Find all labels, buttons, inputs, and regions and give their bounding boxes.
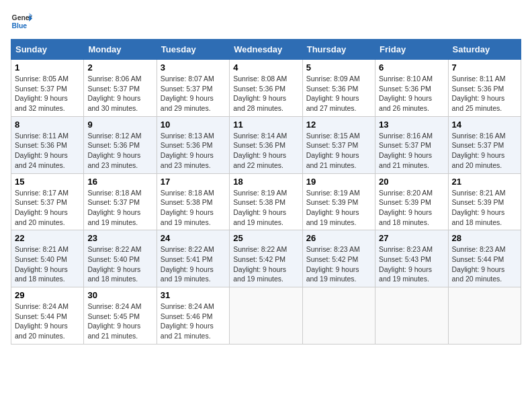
- calendar-week-3: 15 Sunrise: 8:17 AM Sunset: 5:37 PM Dayl…: [11, 173, 521, 230]
- day-number: 5: [306, 62, 371, 73]
- day-number: 23: [87, 233, 152, 243]
- calendar-week-5: 29 Sunrise: 8:24 AM Sunset: 5:44 PM Dayl…: [11, 287, 521, 345]
- calendar-cell: 28 Sunrise: 8:23 AM Sunset: 5:44 PM Dayl…: [448, 230, 521, 287]
- calendar-cell: [448, 287, 521, 345]
- day-number: 25: [233, 233, 298, 243]
- calendar-cell: 25 Sunrise: 8:22 AM Sunset: 5:42 PM Dayl…: [230, 230, 302, 287]
- calendar-cell: 7 Sunrise: 8:11 AM Sunset: 5:36 PM Dayli…: [448, 60, 521, 117]
- day-info: Sunrise: 8:09 AM Sunset: 5:36 PM Dayligh…: [306, 75, 360, 112]
- day-info: Sunrise: 8:20 AM Sunset: 5:39 PM Dayligh…: [379, 189, 433, 226]
- calendar-cell: 31 Sunrise: 8:24 AM Sunset: 5:46 PM Dayl…: [157, 287, 229, 345]
- calendar-cell: 29 Sunrise: 8:24 AM Sunset: 5:44 PM Dayl…: [11, 287, 84, 345]
- day-number: 18: [233, 177, 298, 187]
- day-info: Sunrise: 8:21 AM Sunset: 5:39 PM Dayligh…: [452, 189, 506, 226]
- calendar-cell: 8 Sunrise: 8:11 AM Sunset: 5:36 PM Dayli…: [11, 116, 84, 173]
- day-info: Sunrise: 8:22 AM Sunset: 5:41 PM Dayligh…: [161, 245, 214, 283]
- day-info: Sunrise: 8:22 AM Sunset: 5:40 PM Dayligh…: [87, 245, 141, 283]
- calendar-cell: 2 Sunrise: 8:06 AM Sunset: 5:37 PM Dayli…: [84, 60, 157, 117]
- day-number: 28: [452, 233, 517, 243]
- col-header-saturday: Saturday: [448, 40, 521, 60]
- day-number: 19: [306, 177, 371, 187]
- day-info: Sunrise: 8:07 AM Sunset: 5:37 PM Dayligh…: [161, 75, 214, 112]
- day-info: Sunrise: 8:19 AM Sunset: 5:39 PM Dayligh…: [306, 189, 360, 226]
- calendar-cell: 5 Sunrise: 8:09 AM Sunset: 5:36 PM Dayli…: [302, 60, 375, 117]
- calendar-cell: 18 Sunrise: 8:19 AM Sunset: 5:38 PM Dayl…: [230, 173, 302, 230]
- day-info: Sunrise: 8:08 AM Sunset: 5:36 PM Dayligh…: [233, 75, 287, 112]
- day-info: Sunrise: 8:10 AM Sunset: 5:36 PM Dayligh…: [379, 75, 433, 112]
- day-number: 27: [379, 233, 444, 243]
- calendar-week-2: 8 Sunrise: 8:11 AM Sunset: 5:36 PM Dayli…: [11, 116, 521, 173]
- col-header-sunday: Sunday: [11, 40, 84, 60]
- day-number: 26: [306, 233, 371, 243]
- calendar-cell: 17 Sunrise: 8:18 AM Sunset: 5:38 PM Dayl…: [157, 173, 229, 230]
- calendar-cell: 9 Sunrise: 8:12 AM Sunset: 5:36 PM Dayli…: [84, 116, 157, 173]
- calendar-cell: 24 Sunrise: 8:22 AM Sunset: 5:41 PM Dayl…: [157, 230, 229, 287]
- calendar-cell: 16 Sunrise: 8:18 AM Sunset: 5:37 PM Dayl…: [84, 173, 157, 230]
- calendar-header-row: SundayMondayTuesdayWednesdayThursdayFrid…: [11, 40, 521, 60]
- logo-icon: General Blue: [11, 11, 32, 32]
- calendar-cell: 23 Sunrise: 8:22 AM Sunset: 5:40 PM Dayl…: [84, 230, 157, 287]
- day-number: 30: [87, 290, 152, 300]
- calendar-cell: 11 Sunrise: 8:14 AM Sunset: 5:36 PM Dayl…: [230, 116, 302, 173]
- day-info: Sunrise: 8:15 AM Sunset: 5:37 PM Dayligh…: [306, 132, 360, 169]
- svg-text:Blue: Blue: [12, 22, 28, 30]
- day-number: 2: [87, 62, 152, 73]
- day-number: 21: [452, 177, 517, 187]
- day-info: Sunrise: 8:11 AM Sunset: 5:36 PM Dayligh…: [452, 75, 506, 112]
- day-number: 4: [233, 62, 298, 73]
- calendar-cell: 22 Sunrise: 8:21 AM Sunset: 5:40 PM Dayl…: [11, 230, 84, 287]
- day-number: 14: [452, 120, 517, 130]
- day-info: Sunrise: 8:24 AM Sunset: 5:44 PM Dayligh…: [15, 302, 69, 340]
- logo: General Blue: [11, 11, 32, 32]
- day-number: 22: [15, 233, 80, 243]
- col-header-monday: Monday: [84, 40, 157, 60]
- calendar-cell: 30 Sunrise: 8:24 AM Sunset: 5:45 PM Dayl…: [84, 287, 157, 345]
- day-info: Sunrise: 8:22 AM Sunset: 5:42 PM Dayligh…: [233, 245, 287, 283]
- day-info: Sunrise: 8:16 AM Sunset: 5:37 PM Dayligh…: [452, 132, 506, 169]
- day-info: Sunrise: 8:18 AM Sunset: 5:38 PM Dayligh…: [161, 189, 214, 226]
- day-number: 17: [161, 177, 226, 187]
- day-number: 29: [15, 290, 80, 300]
- col-header-friday: Friday: [375, 40, 448, 60]
- col-header-tuesday: Tuesday: [157, 40, 229, 60]
- day-number: 20: [379, 177, 444, 187]
- day-info: Sunrise: 8:14 AM Sunset: 5:36 PM Dayligh…: [233, 132, 287, 169]
- day-info: Sunrise: 8:21 AM Sunset: 5:40 PM Dayligh…: [15, 245, 69, 283]
- day-info: Sunrise: 8:19 AM Sunset: 5:38 PM Dayligh…: [233, 189, 287, 226]
- day-info: Sunrise: 8:16 AM Sunset: 5:37 PM Dayligh…: [379, 132, 433, 169]
- day-number: 15: [15, 177, 80, 187]
- day-number: 16: [87, 177, 152, 187]
- calendar-cell: 27 Sunrise: 8:23 AM Sunset: 5:43 PM Dayl…: [375, 230, 448, 287]
- calendar-cell: [230, 287, 302, 345]
- day-number: 9: [87, 120, 152, 130]
- calendar-cell: 3 Sunrise: 8:07 AM Sunset: 5:37 PM Dayli…: [157, 60, 229, 117]
- calendar-cell: 14 Sunrise: 8:16 AM Sunset: 5:37 PM Dayl…: [448, 116, 521, 173]
- calendar-cell: 4 Sunrise: 8:08 AM Sunset: 5:36 PM Dayli…: [230, 60, 302, 117]
- day-info: Sunrise: 8:23 AM Sunset: 5:43 PM Dayligh…: [379, 245, 433, 283]
- calendar-cell: 21 Sunrise: 8:21 AM Sunset: 5:39 PM Dayl…: [448, 173, 521, 230]
- day-info: Sunrise: 8:23 AM Sunset: 5:42 PM Dayligh…: [306, 245, 360, 283]
- day-info: Sunrise: 8:06 AM Sunset: 5:37 PM Dayligh…: [87, 75, 141, 112]
- calendar-cell: 26 Sunrise: 8:23 AM Sunset: 5:42 PM Dayl…: [302, 230, 375, 287]
- day-info: Sunrise: 8:12 AM Sunset: 5:36 PM Dayligh…: [87, 132, 141, 169]
- day-info: Sunrise: 8:24 AM Sunset: 5:46 PM Dayligh…: [161, 302, 214, 340]
- day-info: Sunrise: 8:11 AM Sunset: 5:36 PM Dayligh…: [15, 132, 69, 169]
- calendar-cell: 15 Sunrise: 8:17 AM Sunset: 5:37 PM Dayl…: [11, 173, 84, 230]
- day-number: 3: [161, 62, 226, 73]
- calendar-cell: 12 Sunrise: 8:15 AM Sunset: 5:37 PM Dayl…: [302, 116, 375, 173]
- calendar-cell: [302, 287, 375, 345]
- calendar-week-1: 1 Sunrise: 8:05 AM Sunset: 5:37 PM Dayli…: [11, 60, 521, 117]
- calendar-cell: 20 Sunrise: 8:20 AM Sunset: 5:39 PM Dayl…: [375, 173, 448, 230]
- col-header-wednesday: Wednesday: [230, 40, 302, 60]
- calendar-cell: 10 Sunrise: 8:13 AM Sunset: 5:36 PM Dayl…: [157, 116, 229, 173]
- calendar-cell: [375, 287, 448, 345]
- day-info: Sunrise: 8:24 AM Sunset: 5:45 PM Dayligh…: [87, 302, 141, 340]
- calendar-cell: 13 Sunrise: 8:16 AM Sunset: 5:37 PM Dayl…: [375, 116, 448, 173]
- day-info: Sunrise: 8:23 AM Sunset: 5:44 PM Dayligh…: [452, 245, 506, 283]
- day-number: 6: [379, 62, 444, 73]
- calendar-cell: 1 Sunrise: 8:05 AM Sunset: 5:37 PM Dayli…: [11, 60, 84, 117]
- day-number: 12: [306, 120, 371, 130]
- day-number: 1: [15, 62, 80, 73]
- day-number: 10: [161, 120, 226, 130]
- col-header-thursday: Thursday: [302, 40, 375, 60]
